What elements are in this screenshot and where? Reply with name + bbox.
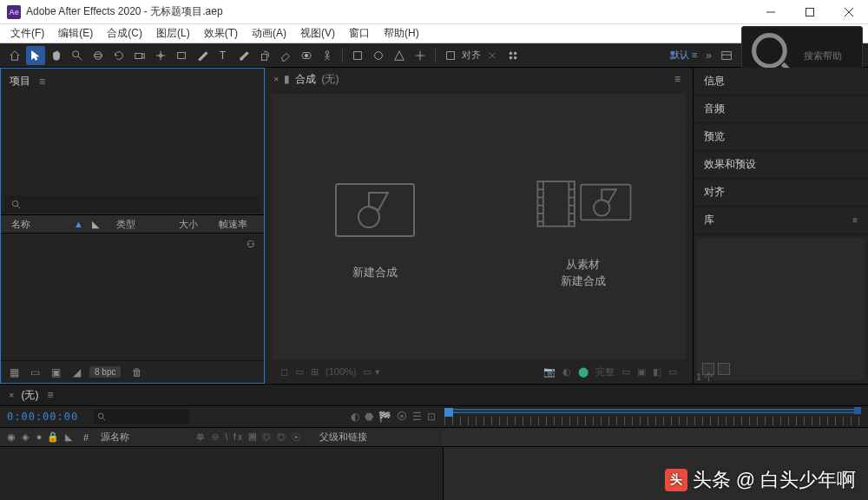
panel-menu-icon[interactable]: ≡ — [47, 389, 53, 401]
puppet-tool[interactable] — [318, 46, 337, 65]
eye-icon[interactable]: ◉ — [5, 431, 17, 443]
snap-extra[interactable] — [503, 46, 523, 65]
new-folder-icon[interactable]: ▭ — [27, 365, 43, 380]
anchor-tool[interactable] — [151, 46, 170, 65]
playhead-icon[interactable] — [444, 408, 453, 417]
orbit-tool[interactable] — [89, 46, 108, 65]
camera-icon[interactable]: 📷 — [543, 366, 556, 378]
magnify-icon[interactable]: ◻ — [280, 366, 288, 378]
index-col[interactable]: # — [78, 432, 94, 443]
timeline-search[interactable] — [94, 409, 189, 424]
project-settings-icon[interactable]: ◢ — [69, 365, 84, 380]
close-tab-icon[interactable]: × — [273, 74, 279, 84]
new-comp-icon[interactable]: ▣ — [48, 365, 63, 380]
eraser-tool[interactable] — [276, 46, 295, 65]
library-content[interactable] — [697, 238, 865, 380]
menu-edit[interactable]: 编辑(E) — [53, 24, 98, 43]
more-icon[interactable]: » — [706, 49, 712, 62]
selection-tool[interactable] — [26, 46, 45, 65]
view-opts-2[interactable]: ▣ — [637, 366, 646, 378]
snap-opts[interactable] — [483, 46, 502, 65]
panel-info[interactable]: 信息 — [694, 68, 868, 95]
misc-tool-1[interactable] — [348, 46, 367, 65]
project-search[interactable] — [4, 196, 260, 213]
toggle-alpha-icon[interactable]: ◐ — [562, 366, 571, 378]
menu-composition[interactable]: 合成(C) — [102, 24, 148, 43]
close-button[interactable] — [829, 0, 868, 24]
layout-icon[interactable]: ▭ — [295, 366, 304, 378]
label-col-icon[interactable]: ◣ — [62, 431, 75, 443]
tl-icon-6[interactable]: ⊡ — [427, 411, 436, 423]
roto-tool[interactable] — [297, 46, 316, 65]
menu-file[interactable]: 文件(F) — [5, 24, 49, 43]
bpc-indicator[interactable]: 8 bpc — [89, 366, 121, 378]
clone-tool[interactable] — [255, 46, 274, 65]
zoom-tool[interactable] — [68, 46, 87, 65]
minimize-button[interactable] — [751, 0, 790, 24]
panel-library[interactable]: 库≡ — [694, 207, 868, 234]
project-panel-tab[interactable]: 项目 ≡ — [1, 69, 264, 94]
timeline-tab-none[interactable]: (无) — [21, 388, 38, 403]
solo-icon[interactable]: ● — [33, 431, 45, 443]
maximize-button[interactable] — [790, 0, 829, 24]
flowchart-icon[interactable]: ⚇ — [247, 239, 255, 250]
menu-window[interactable]: 窗口 — [344, 24, 375, 43]
brush-tool[interactable] — [234, 46, 253, 65]
snap-checkbox[interactable] — [441, 46, 460, 65]
lock-icon[interactable]: 🔒 — [47, 431, 59, 443]
timeline-ruler[interactable] — [443, 406, 868, 427]
menu-layer[interactable]: 图层(L) — [151, 24, 195, 43]
menu-animation[interactable]: 动画(A) — [247, 24, 292, 43]
hand-tool[interactable] — [47, 46, 66, 65]
res-dropdown[interactable]: ▭ ▾ — [363, 366, 379, 378]
lock-icon[interactable]: ▮ — [284, 73, 290, 85]
panel-menu-icon[interactable]: ≡ — [39, 76, 45, 88]
workspace-dropdown[interactable]: 默认 ≡ — [667, 47, 700, 63]
rectangle-tool[interactable] — [172, 46, 191, 65]
switches-col[interactable]: 单 ※ \ fx 圖 ◎ ◎ ☉ — [196, 431, 302, 444]
misc-tool-3[interactable] — [390, 46, 409, 65]
help-search-input[interactable] — [804, 50, 857, 61]
panel-align[interactable]: 对齐 — [694, 179, 868, 207]
tl-icon-2[interactable]: ⬣ — [365, 411, 373, 423]
end-marker-icon[interactable] — [854, 407, 861, 414]
menu-view[interactable]: 视图(V) — [295, 24, 340, 43]
pen-tool[interactable] — [193, 46, 212, 65]
col-fps[interactable]: 帧速率 — [215, 218, 251, 231]
panel-menu-icon[interactable]: ≡ — [852, 215, 858, 225]
panel-preview[interactable]: 预览 — [694, 123, 868, 151]
work-area-bar[interactable] — [444, 409, 861, 413]
text-tool[interactable]: T — [214, 46, 233, 65]
interpret-footage-icon[interactable]: ▦ — [6, 365, 22, 380]
view-opts-1[interactable]: ▭ — [621, 366, 630, 378]
tl-icon-1[interactable]: ◐ — [351, 411, 359, 423]
panel-menu-icon[interactable]: ≡ — [674, 73, 681, 85]
timecode[interactable]: 0:00:00:00 — [7, 411, 78, 423]
project-content[interactable]: ⚇ — [1, 234, 264, 360]
panel-audio[interactable]: 音频 — [694, 95, 868, 123]
col-name[interactable]: 名称 — [8, 218, 69, 231]
grid-icon[interactable]: ⊞ — [311, 366, 319, 378]
col-type[interactable]: 类型 — [113, 218, 139, 231]
misc-tool-4[interactable] — [411, 46, 430, 65]
composition-tab[interactable]: × ▮ 合成 (无) ≡ — [265, 68, 693, 90]
tl-icon-4[interactable]: ⦿ — [397, 411, 407, 423]
camera-tool[interactable] — [130, 46, 149, 65]
view-opts-4[interactable]: ▭ — [668, 366, 677, 378]
tl-icon-3[interactable]: 🏁 — [378, 411, 391, 423]
view-opts-3[interactable]: ◧ — [653, 366, 661, 378]
new-composition-button[interactable]: 新建合成 — [297, 172, 453, 281]
col-size[interactable]: 大小 — [175, 218, 201, 231]
close-tab-icon[interactable]: × — [9, 390, 14, 400]
col-label-icon[interactable]: ◣ — [89, 219, 102, 230]
rotation-tool[interactable] — [109, 46, 128, 65]
source-name-col[interactable]: 源名称 — [101, 431, 187, 444]
tl-icon-5[interactable]: ☰ — [412, 411, 422, 423]
timeline-layer-list[interactable] — [0, 447, 443, 500]
trash-icon[interactable]: 🗑 — [129, 365, 145, 380]
home-tool[interactable] — [5, 46, 24, 65]
color-icon[interactable]: ⬤ — [578, 366, 589, 378]
new-comp-from-footage-button[interactable]: 从素材新建合成 — [505, 164, 661, 290]
menu-help[interactable]: 帮助(H) — [378, 24, 424, 43]
menu-effect[interactable]: 效果(T) — [199, 24, 243, 43]
